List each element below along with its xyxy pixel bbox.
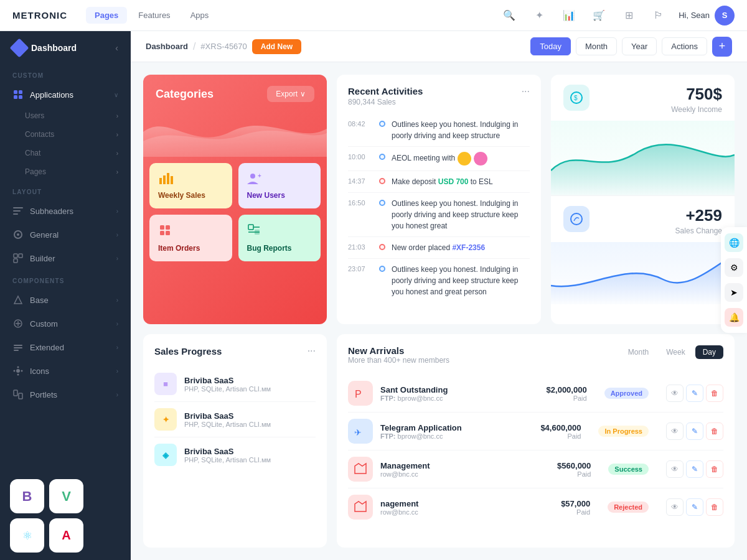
telegram-view-btn[interactable]: 👁 <box>666 422 684 440</box>
breadcrumb-separator: / <box>193 41 195 52</box>
bootstrap-logo[interactable]: B <box>10 479 44 513</box>
arrivals-tab-week[interactable]: Week <box>659 345 692 359</box>
telegram-edit-btn[interactable]: ✎ <box>686 422 703 440</box>
sidebar-item-custom[interactable]: Custom › <box>0 312 131 335</box>
today-button[interactable]: Today <box>530 37 571 55</box>
share-icon[interactable]: ✦ <box>529 6 549 26</box>
react-icon: ⚛ <box>22 529 32 543</box>
sales-change-section: +259 Sales Change <box>551 196 735 242</box>
base-chevron: › <box>116 297 118 304</box>
arrivals-tab-day[interactable]: Day <box>695 345 723 359</box>
sales-logo-text-2: ✦ <box>162 415 169 424</box>
management2-edit-btn[interactable]: ✎ <box>686 498 703 516</box>
sidebar-item-chat[interactable]: Chat › <box>0 144 131 162</box>
nav-right: 🔍 ✦ 📊 🛒 ⊞ 🏳 Hi, Sean S <box>499 6 735 26</box>
management1-delete-btn[interactable]: 🗑 <box>706 460 723 478</box>
sidebar-item-pages[interactable]: Pages › <box>0 162 131 181</box>
user-info: Hi, Sean S <box>679 6 735 26</box>
brand-logo: METRONIC <box>12 10 67 21</box>
management1-price: $560,000 <box>557 461 591 470</box>
sidebar-item-builder[interactable]: Builder › <box>0 246 131 270</box>
month-button[interactable]: Month <box>576 37 617 55</box>
svg-rect-16 <box>14 345 22 346</box>
sales-more-icon[interactable]: ··· <box>308 345 316 357</box>
sidebar-item-base[interactable]: Base › <box>0 288 131 312</box>
notif-bell-icon[interactable]: 🔔 <box>725 308 743 327</box>
sales-sub-1: PHP, SQLite, Artisan CLI.мм <box>184 385 316 393</box>
grid-icon[interactable]: ⊞ <box>619 6 639 26</box>
sales-info-3: Briviba SaaS PHP, SQLite, Artisan CLI.мм <box>184 447 316 464</box>
activities-title: Recent Activities <box>348 86 423 96</box>
nav-tab-pages[interactable]: Pages <box>86 7 127 24</box>
search-icon[interactable]: 🔍 <box>499 6 519 26</box>
react-logo[interactable]: ⚛ <box>10 518 44 553</box>
weekly-income-value: 750$ <box>671 85 722 104</box>
bug-reports-label: Bug Reports <box>247 244 312 253</box>
angular-logo[interactable]: A <box>49 518 83 553</box>
nav-tab-features[interactable]: Features <box>129 7 179 24</box>
sidebar-collapse-icon[interactable]: ‹ <box>115 43 118 53</box>
arrivals-title: New Arrivals <box>348 345 449 356</box>
portlets-icon <box>12 389 24 400</box>
subheaders-icon <box>12 205 24 217</box>
export-button[interactable]: Export ∨ <box>267 86 314 102</box>
sidebar-item-subheaders[interactable]: Subheaders › <box>0 199 131 223</box>
more-options-icon[interactable]: ··· <box>522 86 530 97</box>
sant-edit-btn[interactable]: ✎ <box>686 385 703 402</box>
year-button[interactable]: Year <box>622 37 657 55</box>
sant-delete-btn[interactable]: 🗑 <box>706 385 723 402</box>
sales-info-2: Briviba SaaS PHP, SQLite, Artisan CLI.мм <box>184 411 316 428</box>
vue-logo[interactable]: V <box>49 479 83 513</box>
management2-view-btn[interactable]: 👁 <box>666 498 684 516</box>
activity-dot <box>379 244 385 250</box>
sidebar-item-users[interactable]: Users › <box>0 106 131 125</box>
sidebar-item-contacts[interactable]: Contacts › <box>0 125 131 144</box>
actions-button[interactable]: Actions <box>662 37 707 55</box>
user-avatar[interactable]: S <box>715 6 735 26</box>
sales-name-1: Briviba SaaS <box>184 376 316 385</box>
top-nav: METRONIC Pages Features Apps 🔍 ✦ 📊 🛒 ⊞ 🏳… <box>0 0 747 31</box>
telegram-delete-btn[interactable]: 🗑 <box>706 422 723 440</box>
custom-chevron: › <box>116 320 118 327</box>
sant-view-btn[interactable]: 👁 <box>666 385 684 402</box>
flag-icon[interactable]: 🏳 <box>649 6 669 26</box>
arrivals-tab-month[interactable]: Month <box>621 345 656 359</box>
activity-avatars <box>458 152 487 166</box>
chat-label: Chat <box>25 149 40 157</box>
management2-delete-btn[interactable]: 🗑 <box>706 498 723 516</box>
arrivals-header: New Arrivals More than 400+ new members … <box>348 345 723 372</box>
sidebar-item-icons[interactable]: Icons › <box>0 359 131 383</box>
management1-edit-btn[interactable]: ✎ <box>686 460 703 478</box>
svg-rect-24 <box>14 390 17 396</box>
chart-icon[interactable]: 📊 <box>559 6 579 26</box>
cart-icon[interactable]: 🛒 <box>589 6 609 26</box>
subheaders-label: Subheaders <box>30 207 110 216</box>
svg-rect-18 <box>14 350 19 351</box>
cat-tile-new-users[interactable]: + New Users <box>238 163 321 208</box>
header-actions: Today Month Year Actions + <box>530 37 732 57</box>
activity-time: 14:37 <box>348 177 373 185</box>
sales-chart <box>551 242 735 304</box>
extended-label: Extended <box>30 343 110 352</box>
nav-tab-apps[interactable]: Apps <box>182 7 218 24</box>
sales-sub-3: PHP, SQLite, Artisan CLI.мм <box>184 456 316 464</box>
sant-sub: FTP: bprow@bnc.cc <box>380 394 539 402</box>
management1-logo <box>348 457 373 482</box>
add-icon[interactable]: + <box>712 37 732 57</box>
cat-tile-weekly-sales[interactable]: Weekly Sales <box>149 163 232 208</box>
cat-tile-item-orders[interactable]: Item Orders <box>149 215 232 261</box>
sidebar-item-portlets[interactable]: Portlets › <box>0 383 131 406</box>
management1-view-btn[interactable]: 👁 <box>666 460 684 478</box>
notif-gear-icon[interactable]: ⚙ <box>725 258 743 277</box>
main-content: Dashboard / #XRS-45670 Add New Today Mon… <box>131 31 747 560</box>
svg-rect-4 <box>13 207 23 208</box>
svg-rect-27 <box>163 175 166 184</box>
sales-change-label: Sales Change <box>675 226 722 235</box>
cat-tile-bug-reports[interactable]: Bug Reports <box>238 215 321 261</box>
sidebar-item-extended[interactable]: Extended › <box>0 335 131 359</box>
sidebar-item-general[interactable]: General › <box>0 223 131 246</box>
add-new-button[interactable]: Add New <box>252 39 301 54</box>
notif-globe-icon[interactable]: 🌐 <box>725 233 743 252</box>
sidebar-item-applications[interactable]: Applications ∨ <box>0 83 131 106</box>
notif-send-icon[interactable]: ➤ <box>725 283 743 302</box>
